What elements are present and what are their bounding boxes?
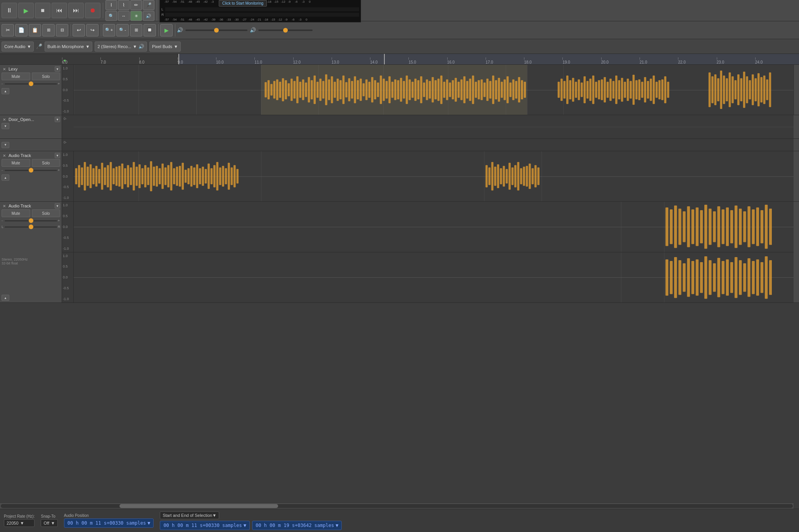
track-audio-2-volume-slider[interactable] <box>5 220 57 221</box>
horizontal-scrollbar[interactable] <box>0 503 794 509</box>
svg-rect-94 <box>566 76 568 104</box>
svg-rect-259 <box>691 261 694 294</box>
volume-slider-track[interactable] <box>185 29 247 31</box>
timeline-ruler[interactable]: ▼ 6.07.08.09.010.011.012.013.014.015.016… <box>0 54 799 65</box>
copy-button[interactable]: 📄 <box>15 24 28 36</box>
cut-button[interactable]: ✂ <box>2 24 14 36</box>
h-scrollbar-thumb[interactable] <box>119 504 278 508</box>
svg-rect-155 <box>84 162 86 190</box>
track-door-collapse-button[interactable]: ▼ <box>2 123 9 129</box>
redo-button[interactable]: ↪ <box>86 24 99 36</box>
svg-rect-15 <box>308 77 310 102</box>
fit-project-button[interactable]: ⊞ <box>130 24 142 36</box>
audio-position-field: Audio Position 00 h 00 m 11 s+00330 samp… <box>64 513 154 528</box>
pause-button[interactable]: ⏸ <box>2 3 17 18</box>
track-door-dropdown[interactable]: ▼ <box>55 117 60 122</box>
svg-rect-146 <box>755 78 757 102</box>
track-audio-1-close-button[interactable]: ✕ <box>2 153 7 158</box>
track-lexy-solo-button[interactable]: Solo <box>32 73 61 80</box>
svg-rect-41 <box>382 79 385 101</box>
h-scrollbar-track[interactable] <box>1 504 793 508</box>
draw-tool-button[interactable]: ✏ <box>130 0 142 10</box>
stop-button[interactable]: ■ <box>35 3 50 18</box>
svg-rect-160 <box>98 169 100 184</box>
snap-to-value[interactable]: Off ▼ <box>41 519 57 527</box>
track-audio-2-volume-knob[interactable] <box>29 218 33 223</box>
play-at-button[interactable]: ▶ <box>160 24 173 36</box>
track-audio-1-collapse-button[interactable]: ▲ <box>2 174 9 181</box>
zoom-in-button[interactable]: 🔍+ <box>103 24 115 36</box>
gain-slider-track[interactable] <box>258 29 313 31</box>
resize-tool-button[interactable]: ↔ <box>118 11 130 21</box>
trim-button[interactable]: ⊞ <box>42 24 55 36</box>
track-audio-2-waveform-bottom <box>74 252 794 303</box>
selection-start-value[interactable]: 00 h 00 m 11 s+00330 samples ▼ <box>160 521 250 530</box>
track-lexy-close-button[interactable]: ✕ <box>2 66 7 72</box>
zoom-tool-button[interactable]: 🔍 <box>105 11 117 21</box>
track-lexy-volume-knob[interactable] <box>29 81 33 86</box>
track-lexy-dropdown[interactable]: ▼ <box>55 66 60 72</box>
skip-back-button[interactable]: ⏮ <box>52 3 67 18</box>
volume-slider-knob[interactable] <box>214 28 219 33</box>
track-audio-2-close-button[interactable]: ✕ <box>2 203 7 209</box>
channel-select[interactable]: 2 (Stereo) Reco... ▼ 🔊 <box>95 41 147 52</box>
track-door-collapsed-expand[interactable]: ▼ <box>2 142 9 148</box>
track-door-scrollbar[interactable] <box>794 115 799 138</box>
gain-slider-knob[interactable] <box>283 28 288 33</box>
track-audio-1-volume-slider[interactable] <box>5 170 57 171</box>
envelope-tool-button[interactable]: ⌇ <box>118 0 130 10</box>
click-to-start-monitoring-button[interactable]: Click to Start Monitoring <box>219 0 267 7</box>
track-audio-1-volume-knob[interactable] <box>29 168 33 173</box>
mic-tool-button[interactable]: 🎤 <box>143 0 154 10</box>
track-door-close-button[interactable]: ✕ <box>2 117 7 122</box>
input-device-select[interactable]: Built-in Microphone ▼ <box>45 41 92 52</box>
multi-tool-button[interactable]: ✳ <box>130 11 142 21</box>
speaker-tool-button[interactable]: 🔊 <box>143 11 154 21</box>
paste-button[interactable]: 📋 <box>29 24 41 36</box>
zoom-sel-button[interactable]: 🔲 <box>144 24 156 36</box>
track-lexy-scrollbar[interactable] <box>794 65 799 115</box>
track-audio-1-solo-button[interactable]: Solo <box>32 159 61 167</box>
svg-rect-174 <box>138 164 141 188</box>
svg-rect-255 <box>674 257 677 298</box>
selection-type-select[interactable]: Start and End of Selection ▼ <box>160 511 219 519</box>
svg-rect-265 <box>717 257 720 297</box>
track-audio-2-pan-slider[interactable] <box>5 226 57 228</box>
output-device-select[interactable]: Pixel Buds ▼ <box>149 41 181 52</box>
svg-rect-147 <box>757 73 760 106</box>
skip-forward-button[interactable]: ⏭ <box>68 3 84 18</box>
host-select[interactable]: Core Audio ▼ <box>2 41 34 52</box>
track-audio-2-pan-knob[interactable] <box>29 225 33 229</box>
track-audio-2-scrollbar[interactable] <box>794 202 799 302</box>
zoom-out-button[interactable]: 🔍- <box>116 24 129 36</box>
svg-rect-266 <box>721 261 724 294</box>
silence-button[interactable]: ⊟ <box>56 24 68 36</box>
play-button[interactable]: ▶ <box>18 3 34 18</box>
track-audio-2-solo-button[interactable]: Solo <box>32 209 61 217</box>
record-button[interactable]: ⏺ <box>85 3 100 18</box>
track-lexy-collapse-button[interactable]: ▲ <box>2 88 9 94</box>
track-audio-2: ✕ Audio Track ▼ Mute Solo - + L <box>0 202 799 303</box>
selection-end-value[interactable]: 00 h 00 m 19 s+03642 samples ▼ <box>252 521 342 530</box>
undo-button[interactable]: ↩ <box>73 24 85 36</box>
track-lexy-volume-slider[interactable] <box>5 83 57 85</box>
select-tool-button[interactable]: I <box>105 0 117 10</box>
track-audio-2-dropdown[interactable]: ▼ <box>55 203 60 209</box>
track-audio-2-collapse-button[interactable]: ▲ <box>2 295 9 301</box>
track-audio-2-mute-button[interactable]: Mute <box>2 209 30 217</box>
project-rate-value[interactable]: 22050 ▼ <box>4 519 35 527</box>
track-audio-1-dropdown[interactable]: ▼ <box>55 153 60 158</box>
svg-rect-74 <box>477 80 480 100</box>
track-door-collapsed-scrollbar[interactable] <box>794 139 799 151</box>
svg-rect-156 <box>86 167 89 186</box>
track-audio-1-scrollbar[interactable] <box>794 151 799 201</box>
svg-rect-104 <box>595 82 597 98</box>
track-audio-1-mute-button[interactable]: Mute <box>2 159 30 167</box>
svg-rect-244 <box>735 206 737 248</box>
svg-rect-245 <box>739 209 742 245</box>
svg-rect-275 <box>761 262 763 293</box>
tracks-scroll-area[interactable]: ✕ Lexy ▼ Mute Solo - + ▲ <box>0 65 799 503</box>
track-lexy-mute-button[interactable]: Mute <box>2 73 30 80</box>
audio-position-value[interactable]: 00 h 00 m 11 s+00330 samples ▼ <box>64 518 154 528</box>
svg-rect-100 <box>583 76 586 103</box>
